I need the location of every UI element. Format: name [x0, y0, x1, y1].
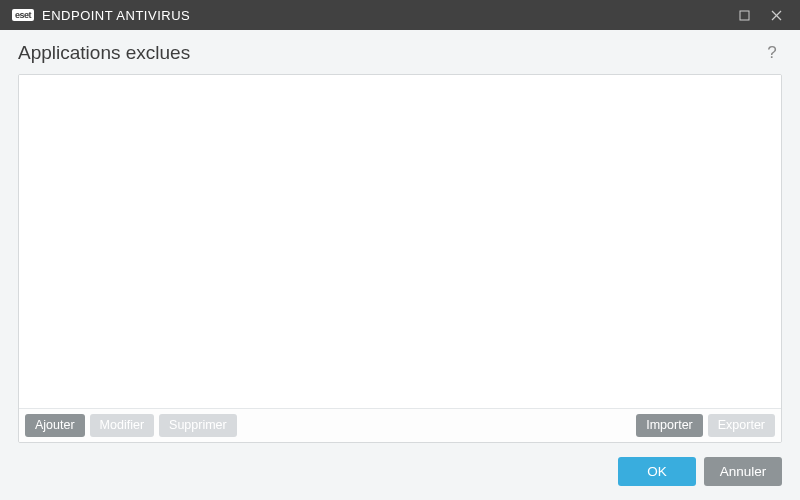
exclusion-panel: Ajouter Modifier Supprimer Importer Expo… [18, 74, 782, 443]
maximize-icon [739, 10, 750, 21]
close-button[interactable] [760, 0, 792, 30]
header-row: Applications exclues ? [18, 42, 782, 64]
edit-button[interactable]: Modifier [90, 414, 154, 438]
close-icon [771, 10, 782, 21]
svg-rect-0 [740, 11, 749, 20]
exclusion-list[interactable] [19, 75, 781, 408]
brand-logo-box: eset [12, 9, 34, 21]
brand-logo: eset [12, 9, 34, 21]
maximize-button[interactable] [728, 0, 760, 30]
footer: OK Annuler [18, 443, 782, 486]
page-title: Applications exclues [18, 42, 190, 64]
add-button[interactable]: Ajouter [25, 414, 85, 438]
ok-button[interactable]: OK [618, 457, 696, 486]
brand-text: ENDPOINT ANTIVIRUS [42, 8, 190, 23]
panel-toolbar: Ajouter Modifier Supprimer Importer Expo… [19, 408, 781, 443]
titlebar: eset ENDPOINT ANTIVIRUS [0, 0, 800, 30]
import-button[interactable]: Importer [636, 414, 703, 438]
content: Applications exclues ? Ajouter Modifier … [0, 30, 800, 500]
cancel-button[interactable]: Annuler [704, 457, 782, 486]
window: eset ENDPOINT ANTIVIRUS Applications exc… [0, 0, 800, 500]
delete-button[interactable]: Supprimer [159, 414, 237, 438]
export-button[interactable]: Exporter [708, 414, 775, 438]
help-button[interactable]: ? [762, 43, 782, 63]
